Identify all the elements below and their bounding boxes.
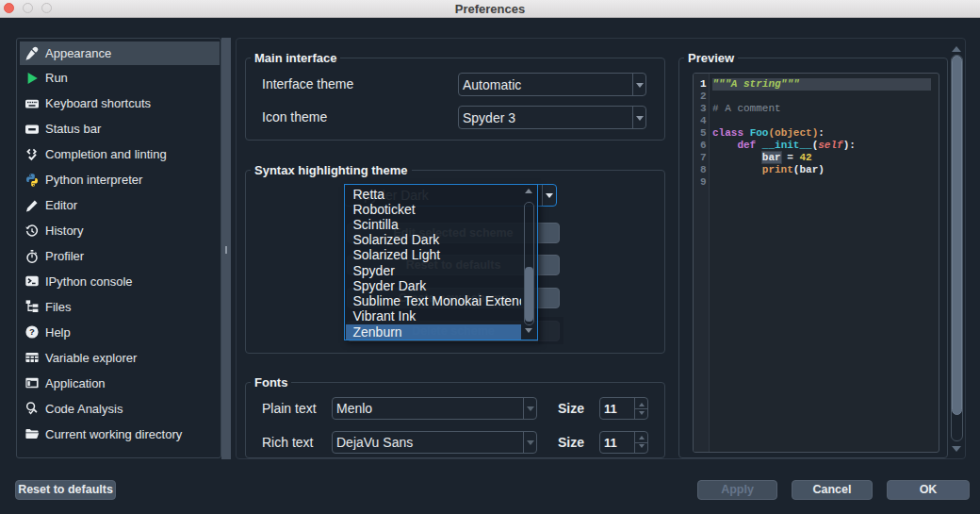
svg-text:?: ? <box>29 326 35 337</box>
